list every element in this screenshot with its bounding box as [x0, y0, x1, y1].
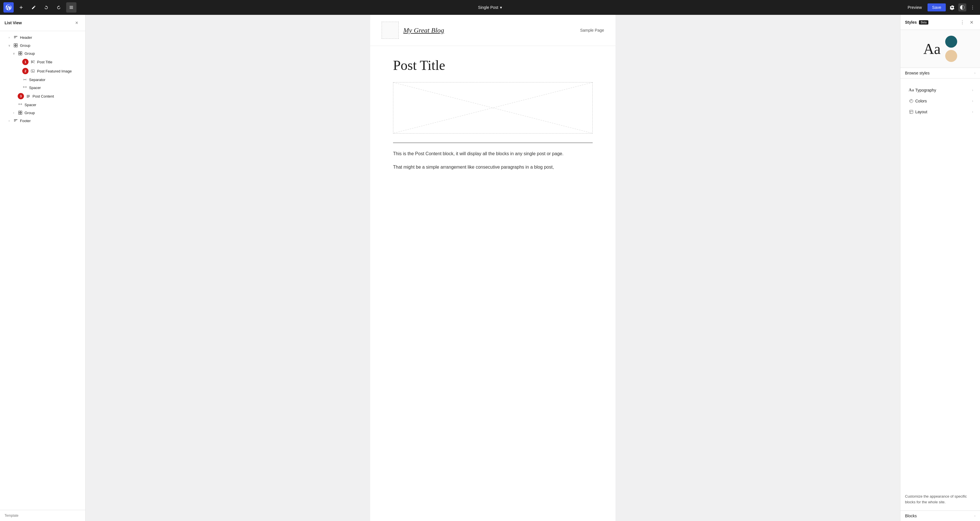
chevron-right-icon: › [7, 36, 11, 39]
post-content-label: Post Content [32, 94, 82, 99]
tree-item-post-featured-image[interactable]: 2 Post Featured Image [0, 67, 85, 76]
toolbar-center: Single Post ▾ [478, 5, 502, 10]
ellipsis-icon: ⋮ [970, 5, 975, 10]
settings-button[interactable] [948, 3, 956, 11]
group3-label: Group [24, 111, 82, 115]
blocks-label: Blocks [905, 514, 974, 518]
group2-label: Group [24, 51, 82, 56]
badge-3: 3 [18, 93, 24, 99]
svg-rect-20 [14, 121, 15, 121]
svg-rect-18 [14, 119, 18, 120]
tree-item-group2[interactable]: ∨ Group [0, 49, 85, 57]
site-logo [382, 22, 399, 39]
layout-icon [907, 110, 915, 114]
svg-rect-2 [14, 37, 16, 37]
typography-label: Typography [915, 88, 972, 92]
close-icon: × [75, 20, 78, 26]
svg-rect-24 [910, 110, 913, 113]
post-title-display: Post Title [393, 57, 593, 73]
light-color-circle [945, 50, 957, 62]
redo-button[interactable] [54, 2, 64, 13]
svg-rect-14 [19, 111, 20, 112]
add-block-button[interactable] [16, 2, 26, 13]
typography-item[interactable]: Aa Typography › [903, 85, 978, 95]
tree-item-post-content[interactable]: 3 Post Content [0, 92, 85, 101]
block-icon [13, 35, 18, 40]
site-header-left: My Great Blog [382, 22, 444, 39]
right-panel-header: Styles Beta ⋮ ✕ [900, 15, 980, 30]
svg-rect-11 [21, 54, 22, 55]
browse-styles-label: Browse styles [905, 71, 974, 75]
placeholder-diagonal [393, 83, 592, 133]
styles-menu: Aa Typography › Colors › Layout › [900, 81, 980, 490]
badge-2: 2 [22, 68, 29, 74]
post-content-icon [25, 94, 31, 99]
tree-item-spacer1[interactable]: Spacer [0, 84, 85, 92]
wordpress-logo[interactable] [3, 2, 14, 13]
styles-title: Styles [905, 20, 917, 24]
chevron-down-icon: ▾ [500, 5, 502, 10]
svg-rect-19 [14, 120, 16, 121]
featured-image-placeholder [393, 82, 593, 134]
layout-item[interactable]: Layout › [903, 107, 978, 117]
colors-preview [945, 36, 957, 62]
template-label: Template [5, 514, 19, 518]
footer-icon [13, 118, 18, 123]
svg-rect-5 [16, 44, 18, 45]
panel-title: List View [5, 21, 22, 25]
close-styles-button[interactable]: ✕ [967, 18, 975, 26]
theme-toggle-button[interactable] [958, 3, 966, 11]
beta-badge: Beta [919, 20, 928, 24]
right-panel: Styles Beta ⋮ ✕ Aa Browse styles › [900, 15, 980, 521]
svg-rect-7 [16, 46, 18, 47]
tree-item-spacer2[interactable]: Spacer [0, 101, 85, 109]
separator-block [393, 143, 593, 143]
edit-button[interactable] [29, 2, 39, 13]
tree-item-separator[interactable]: Separator [0, 76, 85, 84]
blocks-arrow: › [974, 514, 975, 518]
list-view-button[interactable] [66, 2, 76, 13]
svg-rect-1 [14, 36, 18, 37]
preview-button[interactable]: Preview [904, 3, 925, 11]
browse-styles-row[interactable]: Browse styles › [900, 68, 980, 78]
spacer1-icon [22, 85, 27, 90]
colors-icon [907, 99, 915, 103]
post-content-p1: This is the Post Content block, it will … [393, 150, 593, 158]
tree-item-header[interactable]: › Header [0, 33, 85, 41]
right-panel-actions: ⋮ ✕ [958, 18, 975, 26]
chevron-down-icon: ∨ [7, 44, 11, 47]
more-options-button[interactable]: ⋮ [969, 3, 977, 11]
canvas-inner: My Great Blog Sample Page Post Title [370, 15, 616, 521]
blocks-row[interactable]: Blocks › [900, 510, 980, 521]
site-nav: Sample Page [580, 28, 604, 32]
tree-item-group1[interactable]: ∨ Group [0, 41, 85, 49]
tree-item-post-title[interactable]: 1 Post Title [0, 57, 85, 67]
post-area: Post Title This is the Post Content bloc… [370, 46, 616, 188]
post-type-selector[interactable]: Single Post ▾ [478, 5, 502, 10]
colors-item[interactable]: Colors › [903, 96, 978, 106]
close-panel-button[interactable]: × [73, 19, 81, 27]
panel-header: List View × [0, 15, 85, 31]
badge-1: 1 [22, 59, 29, 65]
tree-item-footer[interactable]: › Footer [0, 117, 85, 125]
browse-styles-arrow: › [974, 71, 975, 75]
tree-view: › Header ∨ Group ∨ Group [0, 31, 85, 510]
svg-rect-16 [19, 113, 20, 115]
toolbar: Single Post ▾ Preview Save ⋮ [0, 0, 980, 15]
post-content-block: This is the Post Content block, it will … [393, 150, 593, 171]
group3-icon [18, 110, 23, 115]
spacer2-icon [18, 102, 23, 107]
site-header: My Great Blog Sample Page [370, 15, 616, 46]
more-styles-button[interactable]: ⋮ [958, 18, 966, 26]
group2-icon [18, 51, 23, 56]
tree-item-group3[interactable]: › Group [0, 109, 85, 117]
featured-image-icon [30, 69, 35, 73]
post-title-label: Post Title [37, 60, 82, 64]
undo-button[interactable] [41, 2, 51, 13]
separator-label: Separator [29, 78, 82, 82]
post-content-p2: That might be a simple arrangement like … [393, 163, 593, 171]
layout-label: Layout [915, 110, 972, 114]
group-icon [13, 43, 18, 48]
save-button[interactable]: Save [928, 3, 946, 11]
post-type-label: Single Post [478, 5, 498, 10]
